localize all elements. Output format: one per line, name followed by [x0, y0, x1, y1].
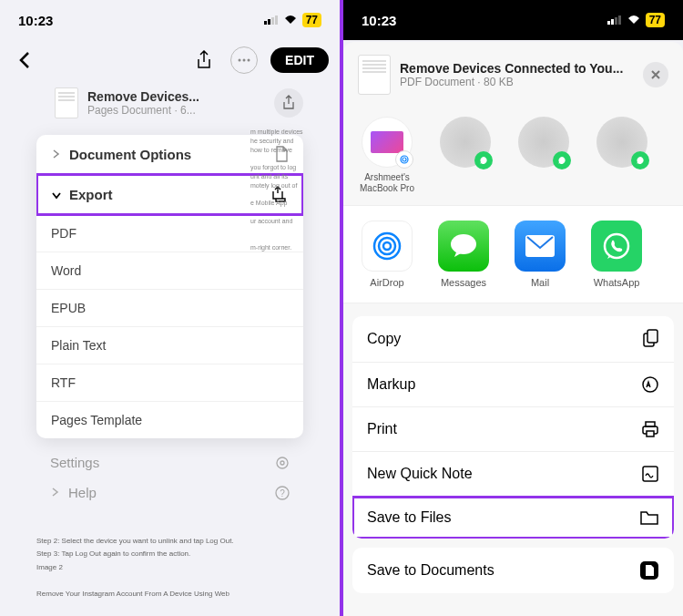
background-text: m multiple devices he security and how t…: [250, 128, 332, 252]
messages-icon: [447, 230, 480, 262]
action-print[interactable]: Print: [352, 407, 674, 452]
app-mail[interactable]: Mail: [513, 221, 567, 288]
contact-item[interactable]: [436, 117, 494, 194]
svg-rect-2: [271, 17, 274, 25]
svg-point-15: [401, 156, 408, 163]
status-bar: 10:23 77: [343, 0, 683, 40]
action-markup[interactable]: Markup: [352, 363, 674, 407]
close-icon: [650, 69, 661, 80]
menu-help[interactable]: Help ?: [50, 477, 290, 508]
svg-point-6: [248, 59, 250, 62]
action-save-to-files[interactable]: Save to Files: [352, 497, 674, 539]
export-epub[interactable]: EPUB: [36, 290, 303, 327]
export-pages-template[interactable]: Pages Template: [36, 402, 303, 438]
doc-thumbnail: [55, 87, 78, 118]
gear-icon: [275, 456, 290, 470]
battery-indicator: 77: [646, 13, 665, 27]
svg-rect-14: [618, 15, 621, 25]
svg-point-16: [403, 158, 406, 161]
action-new-quick-note[interactable]: New Quick Note: [352, 452, 674, 497]
quick-note-icon: [641, 465, 659, 483]
wifi-icon: [627, 15, 641, 26]
action-save-to-documents[interactable]: Save to Documents: [352, 548, 674, 593]
app-airdrop[interactable]: AirDrop: [360, 221, 414, 288]
chevron-right-icon: [51, 149, 60, 159]
share-icon: [196, 50, 212, 70]
svg-point-18: [379, 238, 395, 254]
close-button[interactable]: [643, 62, 668, 87]
doc-share-button[interactable]: [274, 88, 303, 118]
svg-point-5: [243, 59, 246, 62]
menu-settings[interactable]: Settings: [50, 447, 290, 477]
whatsapp-icon: [635, 155, 646, 166]
copy-icon: [641, 329, 659, 349]
status-time: 10:23: [362, 13, 396, 28]
whatsapp-icon: [600, 230, 633, 262]
action-copy[interactable]: Copy: [352, 316, 674, 363]
export-word[interactable]: Word: [36, 252, 303, 290]
whatsapp-icon: [478, 155, 489, 166]
signal-icon: [264, 15, 279, 25]
contacts-row: Arshmeet's MacBook Pro: [343, 108, 683, 206]
status-icons: 77: [607, 13, 665, 27]
signal-icon: [607, 15, 622, 25]
back-button[interactable]: [11, 46, 38, 74]
svg-rect-12: [611, 19, 614, 25]
svg-point-25: [643, 377, 658, 392]
export-plain-text[interactable]: Plain Text: [36, 327, 303, 364]
status-icons: 77: [264, 13, 321, 27]
app-messages[interactable]: Messages: [436, 221, 491, 288]
mail-icon: [524, 233, 556, 259]
svg-rect-24: [647, 330, 658, 343]
doc-title: Remove Devices...: [87, 89, 265, 104]
chevron-right-icon: [50, 487, 59, 498]
share-button[interactable]: [190, 46, 218, 74]
wifi-icon: [283, 15, 298, 26]
svg-point-4: [239, 59, 241, 62]
contact-macbook[interactable]: Arshmeet's MacBook Pro: [358, 117, 416, 194]
help-icon: ?: [275, 486, 290, 500]
share-thumbnail: [358, 55, 391, 95]
svg-rect-28: [647, 431, 654, 436]
whatsapp-icon: [556, 155, 567, 166]
contact-item[interactable]: [593, 117, 651, 194]
app-whatsapp[interactable]: WhatsApp: [589, 221, 644, 288]
export-rtf[interactable]: RTF: [36, 364, 303, 402]
phone-right: 10:23 77 Remove Devices Connected to You…: [343, 0, 683, 616]
svg-point-22: [605, 234, 628, 258]
nav-bar: EDIT: [0, 40, 340, 80]
markup-icon: [641, 375, 659, 394]
share-sheet: Remove Devices Connected to You... PDF D…: [343, 42, 683, 616]
status-time: 10:23: [18, 13, 53, 28]
svg-point-20: [451, 234, 476, 254]
share-title: Remove Devices Connected to You...: [400, 61, 634, 76]
airdrop-icon: [399, 154, 410, 165]
svg-point-8: [280, 461, 284, 465]
phone-left: 10:23 77 EDIT Remove Devices... Pages Do…: [0, 0, 340, 616]
chevron-down-icon: [51, 190, 62, 200]
share-meta: PDF Document · 80 KB: [400, 76, 634, 88]
contact-item[interactable]: [515, 117, 573, 194]
actions-list-2: Save to Documents: [352, 548, 674, 593]
status-bar: 10:23 77: [0, 0, 340, 40]
actions-list: Copy Markup Print New Quick Note Save to…: [352, 316, 674, 539]
svg-rect-29: [643, 467, 658, 481]
chevron-left-icon: [18, 51, 31, 69]
svg-rect-13: [615, 17, 617, 25]
more-button[interactable]: [230, 46, 258, 74]
doc-meta: Pages Document · 6...: [87, 104, 265, 117]
svg-rect-3: [275, 15, 278, 25]
share-header: Remove Devices Connected to You... PDF D…: [343, 42, 683, 108]
svg-point-7: [277, 457, 288, 468]
airdrop-icon: [369, 228, 405, 264]
ellipsis-icon: [238, 58, 250, 62]
svg-rect-1: [268, 19, 270, 25]
edit-button[interactable]: EDIT: [270, 47, 329, 73]
apps-row: AirDrop Messages Mail WhatsApp: [343, 206, 683, 303]
svg-text:?: ?: [280, 488, 285, 498]
svg-rect-0: [264, 21, 267, 25]
footer-text: Step 2: Select the device you want to un…: [0, 517, 340, 616]
print-icon: [641, 420, 659, 438]
svg-point-19: [383, 242, 391, 250]
svg-rect-11: [607, 21, 610, 25]
